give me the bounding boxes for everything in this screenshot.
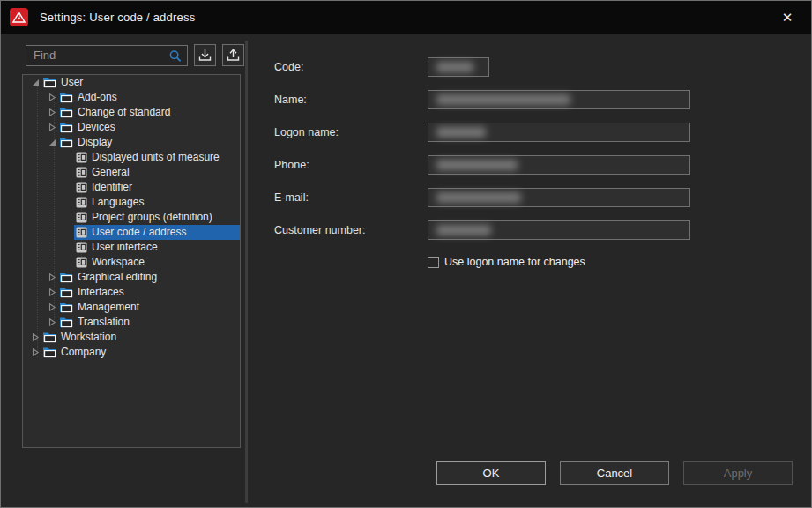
use-logon-name-checkbox[interactable] (428, 257, 439, 268)
expanded-triangle-icon (32, 78, 40, 86)
phone-row: Phone: (274, 155, 793, 175)
tree-item-body[interactable]: Add-ons (57, 90, 240, 105)
tree-item-body[interactable]: Devices (57, 120, 240, 135)
expander-placeholder (63, 228, 74, 238)
tree-expander[interactable] (47, 273, 57, 283)
tree-item-label: Identifier (92, 180, 132, 195)
settings-page-icon (76, 227, 87, 238)
tree-item-body[interactable]: Company (41, 345, 240, 360)
customer-number-field[interactable] (428, 220, 690, 240)
settings-page-icon (76, 212, 87, 223)
use-logon-name-label: Use logon name for changes (444, 256, 585, 268)
cancel-button[interactable]: Cancel (560, 461, 669, 485)
tree-item-translation[interactable]: Translation (23, 315, 240, 330)
redacted-value (436, 62, 473, 72)
tree-item-body[interactable]: Interfaces (57, 285, 240, 300)
tree-item-management[interactable]: Management (23, 300, 240, 315)
tree-item-body[interactable]: Change of standard (57, 105, 240, 120)
tree-item-body[interactable]: Displayed units of measure (74, 150, 240, 165)
tree-item-body[interactable]: Workspace (74, 255, 240, 270)
find-input[interactable] (26, 46, 187, 65)
search-icon[interactable] (168, 49, 183, 67)
tree-item-body[interactable]: Management (57, 300, 240, 315)
tree-item-identifier[interactable]: Identifier (23, 180, 240, 195)
settings-form-panel: Code:Name:Logon name:Phone:E-mail:Custom… (249, 34, 811, 507)
tree-item-display[interactable]: Display (23, 135, 240, 150)
close-icon[interactable]: ✕ (772, 1, 802, 34)
tree-item-project-groups-definition[interactable]: Project groups (definition) (23, 210, 240, 225)
tree-expander[interactable] (47, 108, 57, 118)
tree-item-languages[interactable]: Languages (23, 195, 240, 210)
folder-icon (59, 287, 73, 298)
tree-item-body[interactable]: Display (57, 135, 240, 150)
collapsed-triangle-icon (32, 348, 40, 356)
tree-expander[interactable] (47, 93, 57, 103)
tree-expander[interactable] (47, 138, 57, 148)
tree-item-devices[interactable]: Devices (23, 120, 240, 135)
panel-splitter[interactable] (245, 41, 248, 503)
expander-placeholder (63, 213, 74, 223)
tree-item-body[interactable]: General (74, 165, 240, 180)
tree-item-graphical-editing[interactable]: Graphical editing (23, 270, 240, 285)
settings-page-icon (76, 152, 87, 163)
name-field[interactable] (428, 90, 690, 109)
tree-item-interfaces[interactable]: Interfaces (23, 285, 240, 300)
tree-item-company[interactable]: Company (23, 345, 240, 360)
tree-item-body[interactable]: Identifier (74, 180, 240, 195)
tree-item-label: Change of standard (78, 105, 170, 120)
expander-placeholder (63, 183, 74, 193)
ok-button[interactable]: OK (436, 461, 546, 485)
import-settings-button[interactable] (194, 44, 216, 66)
tree-item-body[interactable]: Project groups (definition) (74, 210, 240, 225)
tree-item-change-of-standard[interactable]: Change of standard (23, 105, 240, 120)
tree-item-user-interface[interactable]: User interface (23, 240, 240, 255)
tree-item-body[interactable]: User (41, 75, 240, 90)
tree-item-body[interactable]: Languages (74, 195, 240, 210)
tree-expander[interactable] (30, 332, 41, 343)
phone-field[interactable] (428, 155, 690, 175)
folder-icon (42, 77, 56, 88)
logon-name-field[interactable] (428, 123, 690, 142)
export-settings-button[interactable] (222, 44, 244, 66)
collapsed-triangle-icon (48, 273, 56, 281)
title-bar: Settings: User code / address ✕ (1, 1, 811, 34)
tree-item-add-ons[interactable]: Add-ons (23, 90, 240, 105)
tree-item-general[interactable]: General (23, 165, 240, 180)
folder-icon (42, 347, 56, 358)
tree-item-workstation[interactable]: Workstation (23, 330, 240, 345)
expander-placeholder (63, 243, 74, 253)
tree-item-label: Project groups (definition) (92, 210, 212, 225)
tree-expander[interactable] (30, 347, 41, 358)
customer-number-label: Customer number: (274, 224, 428, 236)
settings-page-icon (76, 182, 87, 193)
tree-expander[interactable] (47, 288, 57, 298)
tree-item-body[interactable]: Workstation (41, 330, 240, 345)
tree-expander[interactable] (30, 78, 41, 88)
folder-icon (59, 122, 73, 133)
settings-page-icon (76, 197, 87, 208)
window-title: Settings: User code / address (40, 11, 195, 24)
folder-icon (59, 92, 73, 103)
tree-item-label: Workspace (92, 255, 145, 270)
tree-item-body[interactable]: Graphical editing (57, 270, 240, 285)
tree-item-displayed-units-of-measure[interactable]: Displayed units of measure (23, 150, 240, 165)
e-mail-field[interactable] (428, 188, 690, 207)
tree-item-body-selected[interactable]: User code / address (74, 225, 240, 240)
folder-icon (59, 272, 73, 283)
tree-expander[interactable] (47, 123, 57, 133)
tree-item-user-code-address[interactable]: User code / address (23, 225, 240, 240)
tree-item-body[interactable]: Translation (57, 315, 240, 330)
tree-item-user[interactable]: User (23, 75, 240, 90)
code-field[interactable] (428, 57, 489, 77)
name-row: Name: (274, 90, 793, 109)
collapsed-triangle-icon (48, 303, 56, 311)
tree-item-label: Translation (78, 315, 130, 330)
tree-expander[interactable] (47, 318, 57, 328)
tree-item-body[interactable]: User interface (74, 240, 240, 255)
tree-item-workspace[interactable]: Workspace (23, 255, 240, 270)
tree-expander[interactable] (47, 303, 57, 313)
folder-icon (59, 317, 73, 328)
collapsed-triangle-icon (48, 318, 56, 326)
logon-name-row: Logon name: (274, 123, 793, 142)
tree-item-label: General (92, 165, 130, 180)
